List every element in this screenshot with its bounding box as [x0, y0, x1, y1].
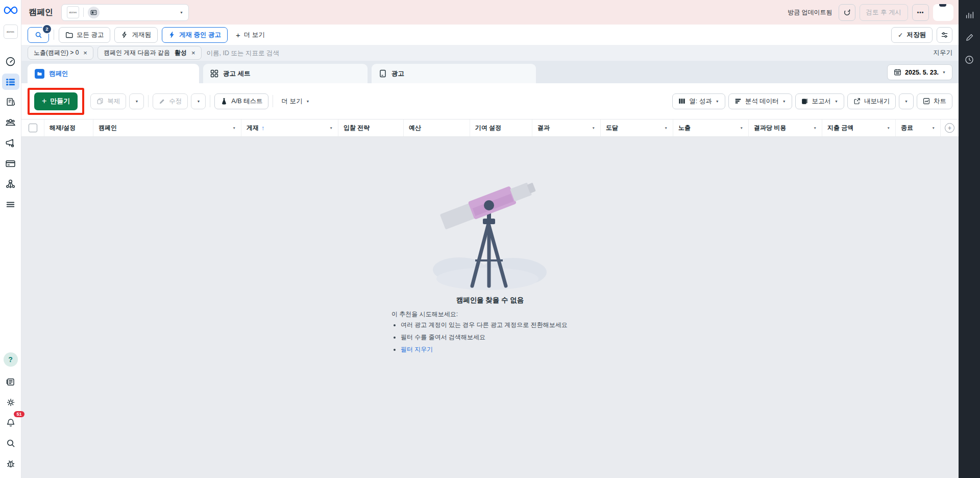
sidebar-item-all-tools[interactable] — [2, 196, 19, 212]
chevron-down-icon[interactable]: ▼ — [929, 126, 935, 130]
column-header-amount-spent[interactable]: 지출 금액 ▼ — [822, 119, 895, 136]
review-publish-label: 검토 후 게시 — [866, 8, 901, 17]
chevron-down-icon[interactable]: ▼ — [811, 126, 817, 130]
help-button[interactable]: ? — [4, 352, 18, 367]
export-button[interactable]: 내보내기 — [847, 93, 896, 109]
close-icon[interactable]: × — [83, 50, 87, 56]
reports-label: 보고서 — [812, 97, 831, 106]
export-options-button[interactable]: ▼ — [899, 93, 914, 109]
tab-ad-sets[interactable]: 광고 세트 — [203, 64, 368, 83]
search-tool-button[interactable] — [2, 435, 19, 451]
whats-new-button[interactable] — [2, 374, 19, 390]
chevron-down-icon[interactable]: ▼ — [737, 126, 743, 130]
account-avatar[interactable]: atomes — [4, 25, 18, 39]
close-icon[interactable]: × — [191, 50, 195, 56]
clear-filters-link[interactable]: 필터 지우기 — [401, 346, 433, 353]
history-panel-button[interactable] — [962, 52, 977, 67]
chevron-down-icon[interactable]: ▼ — [662, 126, 668, 130]
report-bug-button[interactable] — [2, 456, 19, 472]
column-header-campaign[interactable]: 캠페인 ▼ — [93, 119, 241, 136]
more-options-button[interactable]: ••• — [912, 4, 929, 21]
duplicate-button[interactable]: 복제 — [90, 93, 126, 109]
column-label: 도달 — [606, 124, 618, 132]
chevron-down-icon[interactable]: ▼ — [230, 126, 236, 130]
sidebar-item-billing[interactable] — [2, 155, 19, 172]
more-actions-button[interactable]: 더 보기 ▼ — [277, 93, 313, 109]
view-settings-button[interactable] — [937, 27, 952, 43]
chevron-down-icon[interactable]: ▼ — [884, 126, 890, 130]
column-header-reach[interactable]: 도달 ▼ — [600, 119, 673, 136]
date-range-picker[interactable]: 2025. 5. 23. ▼ — [887, 64, 952, 80]
insights-panel-button[interactable] — [962, 7, 977, 22]
credit-card-icon — [5, 158, 16, 169]
create-button[interactable]: + 만들기 — [34, 92, 78, 110]
clear-filters-button[interactable]: 지우기 — [934, 49, 953, 57]
account-selector[interactable]: atomes ▼ — [61, 4, 189, 21]
breakdown-label: 분석 데이터 — [745, 97, 779, 106]
sliders-icon — [941, 31, 948, 39]
column-header-cost-per-result[interactable]: 결과당 비용 ▼ — [748, 119, 822, 136]
had-delivery-filter-button[interactable]: 게재됨 — [114, 27, 158, 43]
refresh-button[interactable] — [839, 4, 855, 21]
column-label: 예산 — [409, 124, 421, 132]
add-column-button[interactable]: + — [945, 123, 954, 133]
profile-widget[interactable] — [933, 4, 953, 21]
settings-button[interactable] — [2, 394, 19, 411]
select-all-checkbox[interactable] — [29, 124, 37, 132]
active-ads-label: 게재 중인 광고 — [179, 31, 221, 39]
page-title: 캠페인 — [29, 7, 53, 18]
edit-panel-button[interactable] — [962, 30, 977, 45]
breakdown-button[interactable]: 분석 데이터 ▼ — [728, 93, 792, 109]
sidebar-item-advertise[interactable] — [2, 135, 19, 151]
column-header-toggle[interactable]: 해제/설정 — [44, 119, 93, 136]
meta-logo[interactable] — [3, 5, 18, 16]
tab-ads[interactable]: 광고 — [372, 64, 536, 83]
campaigns-table-icon — [5, 77, 16, 87]
edit-options-button[interactable]: ▼ — [191, 93, 206, 109]
tab-campaigns[interactable]: 캠페인 — [28, 64, 199, 83]
column-header-attribution[interactable]: 기여 설정 — [470, 119, 532, 136]
column-header-bid-strategy[interactable]: 입찰 전략 — [338, 119, 403, 136]
sidebar-item-overview[interactable] — [2, 53, 19, 69]
pencil-icon — [159, 98, 165, 105]
help-icon: ? — [8, 355, 13, 364]
sidebar-item-ads-reporting[interactable] — [2, 94, 19, 110]
notifications-button[interactable]: 51 — [2, 415, 19, 431]
sidebar-item-campaigns[interactable] — [2, 74, 19, 90]
sidebar-item-events-manager[interactable] — [2, 176, 19, 192]
more-actions-label: 더 보기 — [281, 97, 302, 106]
saved-button[interactable]: ✓ 저장됨 — [891, 27, 933, 43]
column-header-budget[interactable]: 예산 — [403, 119, 470, 136]
chevron-down-icon[interactable]: ▼ — [327, 126, 333, 130]
active-ads-filter-button[interactable]: 게재 중인 광고 — [162, 27, 228, 43]
review-publish-button[interactable]: 검토 후 게시 — [860, 4, 908, 21]
divider — [273, 95, 273, 107]
search-filter-button[interactable]: 2 — [28, 27, 49, 43]
breakdown-icon — [734, 98, 742, 105]
charts-button[interactable]: 차트 — [917, 93, 952, 109]
column-header-impressions[interactable]: 노출 ▼ — [673, 119, 748, 136]
columns-button[interactable]: 열: 성과 ▼ — [672, 93, 725, 109]
more-filters-button[interactable]: + 더 보기 — [232, 27, 269, 43]
lightning-filled-icon — [168, 31, 176, 38]
all-ads-filter-button[interactable]: 모든 광고 — [59, 27, 110, 43]
column-header-delivery[interactable]: 게재 ↑ ▼ — [241, 119, 338, 136]
saved-label: 저장됨 — [907, 31, 926, 39]
filter-chip-impressions[interactable]: 노출(캠페인) > 0 × — [28, 46, 93, 60]
chevron-down-icon[interactable]: ▼ — [589, 126, 595, 130]
sidebar-item-audiences[interactable] — [2, 114, 19, 131]
ab-test-button[interactable]: A/B 테스트 — [214, 93, 268, 109]
column-header-results[interactable]: 결과 ▼ — [532, 119, 600, 136]
account-chip: atomes — [67, 6, 79, 18]
divider — [83, 8, 84, 17]
search-input[interactable] — [206, 49, 929, 57]
duplicate-options-button[interactable]: ▼ — [129, 93, 144, 109]
reports-button[interactable]: 보고서 ▼ — [795, 93, 844, 109]
column-label: 입찰 전략 — [344, 124, 370, 132]
filter-chip-delivery[interactable]: 캠페인 게재 다음과 같음 활성 × — [97, 46, 202, 60]
applied-filters-bar: 노출(캠페인) > 0 × 캠페인 게재 다음과 같음 활성 × 지우기 — [21, 45, 959, 61]
chevron-down-icon: ▼ — [716, 100, 719, 103]
column-header-ends[interactable]: 종료 ▼ — [895, 119, 940, 136]
tab-ads-label: 광고 — [391, 69, 404, 78]
edit-button[interactable]: 수정 — [153, 93, 188, 109]
